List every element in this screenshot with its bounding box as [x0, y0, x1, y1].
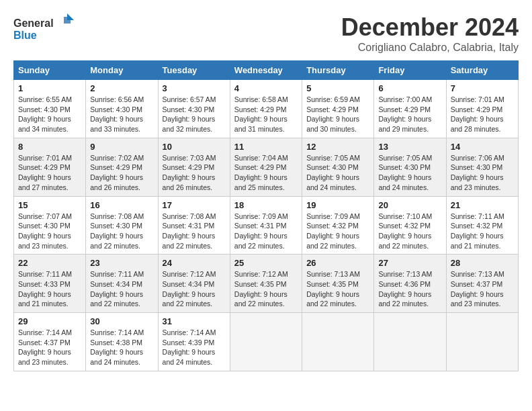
table-row: 17 Sunrise: 7:08 AM Sunset: 4:31 PM Dayl…	[158, 196, 230, 255]
table-row: 24 Sunrise: 7:12 AM Sunset: 4:34 PM Dayl…	[158, 255, 230, 313]
table-row: 19 Sunrise: 7:09 AM Sunset: 4:32 PM Dayl…	[302, 196, 374, 255]
day-info: Sunrise: 7:02 AM Sunset: 4:29 PM Dayligh…	[90, 153, 153, 193]
day-info: Sunrise: 7:11 AM Sunset: 4:33 PM Dayligh…	[18, 269, 81, 309]
day-number: 12	[306, 142, 369, 152]
day-info: Sunrise: 6:57 AM Sunset: 4:30 PM Dayligh…	[163, 95, 226, 134]
col-monday: Monday	[86, 61, 158, 80]
day-info: Sunrise: 7:04 AM Sunset: 4:29 PM Dayligh…	[234, 153, 298, 193]
day-info: Sunrise: 7:01 AM Sunset: 4:29 PM Dayligh…	[451, 95, 514, 134]
svg-text:Blue: Blue	[13, 30, 37, 41]
day-number: 21	[451, 200, 514, 210]
day-number: 27	[378, 258, 441, 268]
day-info: Sunrise: 7:11 AM Sunset: 4:32 PM Dayligh…	[451, 212, 514, 251]
page-header: General Blue December 2024 Corigliano Ca…	[13, 13, 519, 54]
day-info: Sunrise: 6:58 AM Sunset: 4:29 PM Dayligh…	[234, 95, 298, 134]
table-row: 11 Sunrise: 7:04 AM Sunset: 4:29 PM Dayl…	[230, 138, 302, 196]
col-wednesday: Wednesday	[230, 61, 302, 80]
table-row: 21 Sunrise: 7:11 AM Sunset: 4:32 PM Dayl…	[446, 196, 518, 255]
day-number: 30	[90, 316, 153, 326]
day-info: Sunrise: 7:00 AM Sunset: 4:29 PM Dayligh…	[378, 95, 441, 134]
day-info: Sunrise: 7:03 AM Sunset: 4:29 PM Dayligh…	[163, 153, 226, 193]
day-info: Sunrise: 7:14 AM Sunset: 4:37 PM Dayligh…	[18, 328, 81, 367]
table-row: 4 Sunrise: 6:58 AM Sunset: 4:29 PM Dayli…	[230, 80, 302, 138]
table-row: 15 Sunrise: 7:07 AM Sunset: 4:30 PM Dayl…	[14, 196, 86, 255]
calendar-row: 22 Sunrise: 7:11 AM Sunset: 4:33 PM Dayl…	[14, 255, 519, 313]
day-number: 16	[90, 200, 153, 210]
table-row: 7 Sunrise: 7:01 AM Sunset: 4:29 PM Dayli…	[446, 80, 518, 138]
table-row: 12 Sunrise: 7:05 AM Sunset: 4:30 PM Dayl…	[302, 138, 374, 196]
day-number: 6	[378, 83, 441, 93]
month-title: December 2024	[341, 13, 519, 42]
table-row: 1 Sunrise: 6:55 AM Sunset: 4:30 PM Dayli…	[14, 80, 86, 138]
day-number: 26	[306, 258, 369, 268]
title-area: December 2024 Corigliano Calabro, Calabr…	[341, 13, 519, 54]
day-number: 2	[90, 83, 153, 93]
day-info: Sunrise: 7:10 AM Sunset: 4:32 PM Dayligh…	[378, 212, 441, 251]
day-number: 20	[378, 200, 441, 210]
table-row: 29 Sunrise: 7:14 AM Sunset: 4:37 PM Dayl…	[14, 313, 86, 371]
calendar-row: 15 Sunrise: 7:07 AM Sunset: 4:30 PM Dayl…	[14, 196, 519, 255]
day-info: Sunrise: 7:08 AM Sunset: 4:30 PM Dayligh…	[90, 212, 153, 251]
logo: General Blue	[13, 13, 74, 44]
day-info: Sunrise: 7:05 AM Sunset: 4:30 PM Dayligh…	[306, 153, 369, 193]
col-thursday: Thursday	[302, 61, 374, 80]
table-row: 25 Sunrise: 7:12 AM Sunset: 4:35 PM Dayl…	[230, 255, 302, 313]
day-number: 24	[163, 258, 226, 268]
table-row: 13 Sunrise: 7:05 AM Sunset: 4:30 PM Dayl…	[374, 138, 446, 196]
table-row: 30 Sunrise: 7:14 AM Sunset: 4:38 PM Dayl…	[86, 313, 158, 371]
col-tuesday: Tuesday	[158, 61, 230, 80]
day-info: Sunrise: 7:06 AM Sunset: 4:30 PM Dayligh…	[451, 153, 514, 193]
table-row: 22 Sunrise: 7:11 AM Sunset: 4:33 PM Dayl…	[14, 255, 86, 313]
day-info: Sunrise: 6:59 AM Sunset: 4:29 PM Dayligh…	[306, 95, 369, 134]
day-info: Sunrise: 7:09 AM Sunset: 4:32 PM Dayligh…	[306, 212, 369, 251]
table-row: 28 Sunrise: 7:13 AM Sunset: 4:37 PM Dayl…	[446, 255, 518, 313]
day-info: Sunrise: 7:05 AM Sunset: 4:30 PM Dayligh…	[378, 153, 441, 193]
table-row: 3 Sunrise: 6:57 AM Sunset: 4:30 PM Dayli…	[158, 80, 230, 138]
calendar-table: Sunday Monday Tuesday Wednesday Thursday…	[13, 60, 519, 371]
table-row: 8 Sunrise: 7:01 AM Sunset: 4:29 PM Dayli…	[14, 138, 86, 196]
day-number: 7	[451, 83, 514, 93]
table-row: 10 Sunrise: 7:03 AM Sunset: 4:29 PM Dayl…	[158, 138, 230, 196]
logo-svg: General Blue	[13, 13, 74, 44]
table-row: 2 Sunrise: 6:56 AM Sunset: 4:30 PM Dayli…	[86, 80, 158, 138]
day-number: 28	[451, 258, 514, 268]
day-info: Sunrise: 7:08 AM Sunset: 4:31 PM Dayligh…	[163, 212, 226, 251]
svg-text:General: General	[13, 17, 54, 29]
day-number: 1	[18, 83, 81, 93]
day-info: Sunrise: 6:55 AM Sunset: 4:30 PM Dayligh…	[18, 95, 81, 134]
location-title: Corigliano Calabro, Calabria, Italy	[341, 42, 519, 54]
day-number: 18	[234, 200, 298, 210]
day-info: Sunrise: 6:56 AM Sunset: 4:30 PM Dayligh…	[90, 95, 153, 134]
day-number: 11	[234, 142, 298, 152]
table-row: 14 Sunrise: 7:06 AM Sunset: 4:30 PM Dayl…	[446, 138, 518, 196]
day-number: 17	[163, 200, 226, 210]
table-row: 20 Sunrise: 7:10 AM Sunset: 4:32 PM Dayl…	[374, 196, 446, 255]
day-info: Sunrise: 7:13 AM Sunset: 4:36 PM Dayligh…	[378, 269, 441, 309]
day-number: 19	[306, 200, 369, 210]
col-friday: Friday	[374, 61, 446, 80]
day-number: 14	[451, 142, 514, 152]
table-row: 27 Sunrise: 7:13 AM Sunset: 4:36 PM Dayl…	[374, 255, 446, 313]
calendar-row: 1 Sunrise: 6:55 AM Sunset: 4:30 PM Dayli…	[14, 80, 519, 138]
table-row: 6 Sunrise: 7:00 AM Sunset: 4:29 PM Dayli…	[374, 80, 446, 138]
table-row	[230, 313, 302, 371]
table-row: 18 Sunrise: 7:09 AM Sunset: 4:31 PM Dayl…	[230, 196, 302, 255]
day-number: 5	[306, 83, 369, 93]
day-info: Sunrise: 7:12 AM Sunset: 4:35 PM Dayligh…	[234, 269, 298, 309]
day-number: 3	[163, 83, 226, 93]
day-info: Sunrise: 7:14 AM Sunset: 4:39 PM Dayligh…	[163, 328, 226, 367]
day-number: 13	[378, 142, 441, 152]
table-row: 31 Sunrise: 7:14 AM Sunset: 4:39 PM Dayl…	[158, 313, 230, 371]
header-row: Sunday Monday Tuesday Wednesday Thursday…	[14, 61, 519, 80]
table-row: 23 Sunrise: 7:11 AM Sunset: 4:34 PM Dayl…	[86, 255, 158, 313]
table-row: 16 Sunrise: 7:08 AM Sunset: 4:30 PM Dayl…	[86, 196, 158, 255]
day-info: Sunrise: 7:11 AM Sunset: 4:34 PM Dayligh…	[90, 269, 153, 309]
col-sunday: Sunday	[14, 61, 86, 80]
day-number: 15	[18, 200, 81, 210]
day-number: 29	[18, 316, 81, 326]
table-row: 9 Sunrise: 7:02 AM Sunset: 4:29 PM Dayli…	[86, 138, 158, 196]
day-info: Sunrise: 7:13 AM Sunset: 4:37 PM Dayligh…	[451, 269, 514, 309]
day-number: 9	[90, 142, 153, 152]
calendar-row: 8 Sunrise: 7:01 AM Sunset: 4:29 PM Dayli…	[14, 138, 519, 196]
day-number: 31	[163, 316, 226, 326]
